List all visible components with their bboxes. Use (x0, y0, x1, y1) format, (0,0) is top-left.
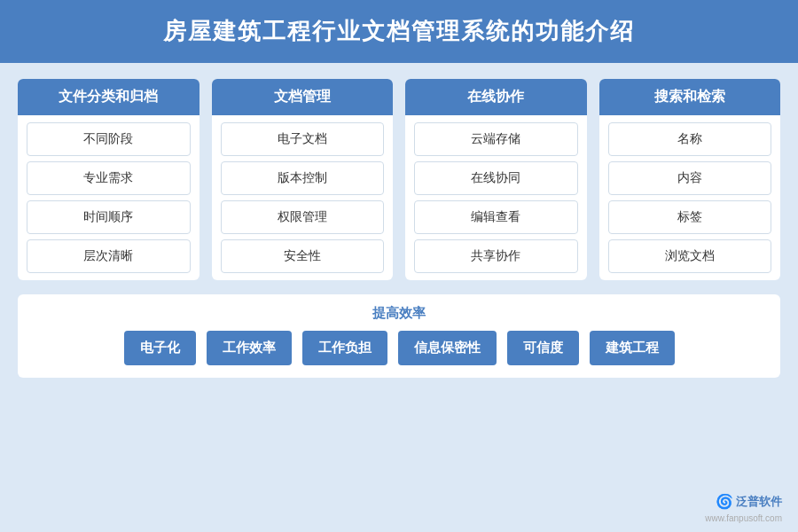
bottom-tag-3: 信息保密性 (398, 331, 497, 365)
bottom-tag-0: 电子化 (124, 331, 196, 365)
column-item: 电子文档 (221, 122, 385, 156)
watermark: 🌀 泛普软件 www.fanpusoft.com (705, 493, 782, 523)
column-card-2: 在线协作 云端存储 在线协同 编辑查看 共享协作 (405, 79, 587, 280)
page-wrapper: 房屋建筑工程行业文档管理系统的功能介绍 文件分类和归档 不同阶段 专业需求 时间… (0, 0, 798, 532)
column-body-0: 不同阶段 专业需求 时间顺序 层次清晰 (18, 115, 200, 280)
column-header-2: 在线协作 (405, 79, 587, 115)
column-item: 专业需求 (27, 161, 191, 195)
column-item: 内容 (608, 161, 772, 195)
bottom-title: 提高效率 (32, 305, 766, 322)
page-title: 房屋建筑工程行业文档管理系统的功能介绍 (163, 18, 635, 44)
column-card-1: 文档管理 电子文档 版本控制 权限管理 安全性 (212, 79, 394, 280)
main-content: 文件分类和归档 不同阶段 专业需求 时间顺序 层次清晰 文档管理 电子文档 版本… (0, 63, 798, 532)
column-body-2: 云端存储 在线协同 编辑查看 共享协作 (405, 115, 587, 280)
column-item: 编辑查看 (414, 200, 578, 234)
column-card-0: 文件分类和归档 不同阶段 专业需求 时间顺序 层次清晰 (18, 79, 200, 280)
column-header-1: 文档管理 (212, 79, 394, 115)
column-item: 时间顺序 (27, 200, 191, 234)
columns-section: 文件分类和归档 不同阶段 专业需求 时间顺序 层次清晰 文档管理 电子文档 版本… (18, 79, 780, 280)
column-card-3: 搜索和检索 名称 内容 标签 浏览文档 (599, 79, 781, 280)
column-item: 浏览文档 (608, 239, 772, 273)
bottom-tag-1: 工作效率 (207, 331, 292, 365)
column-item: 安全性 (221, 239, 385, 273)
column-header-0: 文件分类和归档 (18, 79, 200, 115)
watermark-brand: 泛普软件 (736, 494, 782, 510)
column-body-3: 名称 内容 标签 浏览文档 (599, 115, 781, 280)
column-item: 权限管理 (221, 200, 385, 234)
column-item: 共享协作 (414, 239, 578, 273)
bottom-tag-2: 工作负担 (302, 331, 387, 365)
column-item: 名称 (608, 122, 772, 156)
column-item: 不同阶段 (27, 122, 191, 156)
bottom-tags: 电子化 工作效率 工作负担 信息保密性 可信度 建筑工程 (32, 331, 766, 365)
column-header-3: 搜索和检索 (599, 79, 781, 115)
column-item: 层次清晰 (27, 239, 191, 273)
column-item: 在线协同 (414, 161, 578, 195)
column-item: 标签 (608, 200, 772, 234)
column-body-1: 电子文档 版本控制 权限管理 安全性 (212, 115, 394, 280)
watermark-url: www.fanpusoft.com (705, 513, 782, 523)
column-item: 云端存储 (414, 122, 578, 156)
bottom-section: 提高效率 电子化 工作效率 工作负担 信息保密性 可信度 建筑工程 (18, 294, 780, 378)
page-header: 房屋建筑工程行业文档管理系统的功能介绍 (0, 0, 798, 63)
column-item: 版本控制 (221, 161, 385, 195)
bottom-tag-4: 可信度 (507, 331, 579, 365)
bottom-tag-5: 建筑工程 (590, 331, 675, 365)
